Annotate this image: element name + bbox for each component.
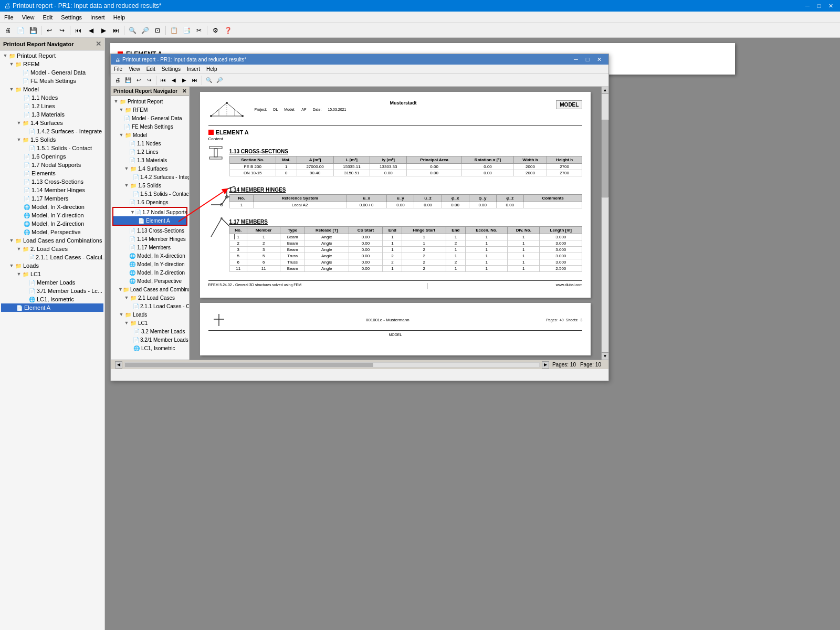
s-tb-first[interactable]: ⏮ [159, 76, 168, 85]
s-tb-redo[interactable]: ↪ [144, 76, 154, 85]
scroll-up[interactable]: ▲ [602, 87, 608, 94]
inner-tree-element-a[interactable]: 📄 Element A [113, 216, 186, 225]
tree-item-cross-sections[interactable]: 📄 1.13 Cross-Sections [1, 177, 103, 186]
inner-nav-close[interactable]: ✕ [182, 88, 186, 94]
tree-item-lc1[interactable]: ▼ 📁 LC1 [1, 270, 103, 278]
toolbar-print[interactable]: 🖨 [2, 25, 14, 36]
tree-item-member-loads[interactable]: 📄 Member Loads [1, 278, 103, 287]
tree-item-openings[interactable]: 📄 1.6 Openings [1, 152, 103, 161]
inner-tree-nodes[interactable]: 📄 1.1 Nodes [112, 139, 188, 148]
tree-item-load-cases-calc[interactable]: 📄 2.1.1 Load Cases - Calcul... [1, 253, 103, 261]
toolbar-undo[interactable]: ↩ [44, 25, 55, 36]
tree-item-printout-report[interactable]: ▼ 📁 Printout Report [1, 51, 103, 60]
tree-item-model-x[interactable]: 🌐 Model, In X-direction [1, 203, 103, 211]
inner-tree-lc-calc[interactable]: 📄 2.1.1 Load Cases - Calcul... [112, 302, 188, 310]
inner-tree-model-gen[interactable]: 📄 Model - General Data [112, 114, 188, 122]
tree-item-element-a[interactable]: 📄 Element A [1, 303, 103, 312]
inner-tree-member-hinges[interactable]: 📄 1.14 Member Hinges [112, 235, 188, 243]
tree-item-model-persp[interactable]: 🌐 Model, Perspective [1, 228, 103, 236]
inner-tree-solids-contact[interactable]: 📄 1.5.1 Solids - Contact [112, 190, 188, 198]
tree-item-loads[interactable]: ▼ 📁 Loads [1, 261, 103, 270]
toolbar-new[interactable]: 📄 [15, 25, 26, 36]
tree-item-solids[interactable]: ▼ 📁 1.5 Solids [1, 135, 103, 144]
menu-insert[interactable]: Insert [86, 12, 109, 23]
s-tb-prev[interactable]: ◀ [169, 76, 178, 85]
second-menu-help[interactable]: Help [203, 65, 220, 74]
s-tb-zoom[interactable]: 🔍 [204, 76, 214, 85]
toolbar-zoom-out[interactable]: 🔎 [139, 25, 151, 36]
minimize-button[interactable]: ─ [802, 2, 813, 10]
menu-help[interactable]: Help [109, 12, 130, 23]
inner-tree-mats[interactable]: 📄 1.3 Materials [112, 156, 188, 164]
inner-tree-load-cases[interactable]: ▼ 📁 2.1 Load Cases [112, 293, 188, 302]
h-scroll-thumb[interactable] [125, 363, 373, 367]
tree-item-solids-contact[interactable]: 📄 1.5.1 Solids - Contact [1, 144, 103, 152]
toolbar-prev[interactable]: ◀ [85, 25, 97, 36]
toolbar-paste[interactable]: 📑 [181, 25, 192, 36]
toolbar-last[interactable]: ⏭ [110, 25, 122, 36]
tree-item-surfaces[interactable]: ▼ 📁 1.4 Surfaces [1, 119, 103, 127]
toolbar-first[interactable]: ⏮ [72, 25, 84, 36]
toolbar-next[interactable]: ▶ [98, 25, 109, 36]
inner-tree-fe-mesh[interactable]: 📄 FE Mesh Settings [112, 122, 188, 131]
inner-tree-model-z[interactable]: 🌐 Model, In Z-direction [112, 268, 188, 277]
s-tb-next[interactable]: ▶ [180, 76, 189, 85]
tree-item-fe-mesh[interactable]: 📄 FE Mesh Settings [1, 77, 103, 85]
second-close-button[interactable]: ✕ [594, 55, 604, 64]
tree-item-lines[interactable]: 📄 1.2 Lines [1, 102, 103, 110]
tree-item-nodes[interactable]: 📄 1.1 Nodes [1, 93, 103, 102]
toolbar-help[interactable]: ❓ [222, 25, 234, 36]
tree-item-model[interactable]: ▼ 📁 Model [1, 85, 103, 93]
inner-tree-surf-int[interactable]: 📄 1.4.2 Surfaces - Integrate [112, 173, 188, 181]
second-menu-view[interactable]: View [125, 65, 143, 74]
s-tb-zoom2[interactable]: 🔎 [215, 76, 224, 85]
maximize-button[interactable]: □ [814, 2, 824, 10]
tree-item-elements[interactable]: 📄 Elements [1, 169, 103, 177]
inner-tree-openings[interactable]: 📄 1.6 Openings [112, 198, 188, 206]
panel-close-button[interactable]: ✕ [96, 40, 101, 48]
toolbar-redo[interactable]: ↪ [56, 25, 68, 36]
s-tb-last[interactable]: ⏭ [190, 76, 200, 85]
inner-tree-lc1[interactable]: ▼ 📁 LC1 [112, 319, 188, 327]
tree-item-members[interactable]: 📄 1.17 Members [1, 194, 103, 203]
inner-tree-model-x[interactable]: 🌐 Model, In X-direction [112, 251, 188, 260]
inner-tree-surfaces[interactable]: ▼ 📁 1.4 Surfaces [112, 164, 188, 173]
scroll-thumb[interactable] [602, 120, 608, 197]
inner-tree-printout[interactable]: ▼ 📁 Printout Report [112, 97, 188, 106]
tree-item-rfem[interactable]: ▼ 📁 RFEM [1, 60, 103, 68]
s-tb-save[interactable]: 💾 [123, 76, 133, 85]
tree-item-nodal-supports[interactable]: 📄 1.7 Nodal Supports [1, 161, 103, 169]
tree-item-model-y[interactable]: 🌐 Model, In Y-direction [1, 211, 103, 219]
menu-file[interactable]: File [0, 12, 18, 23]
inner-tree-lc1-iso[interactable]: 🌐 LC1, Isometric [112, 344, 188, 352]
inner-tree-model-y[interactable]: 🌐 Model, In Y-direction [112, 260, 188, 268]
toolbar-zoom-in[interactable]: 🔍 [127, 25, 138, 36]
tree-item-lc1-iso[interactable]: 🌐 LC1, Isometric [1, 295, 103, 303]
tree-item-model-general[interactable]: 📄 Model - General Data [1, 68, 103, 77]
tree-item-model-z[interactable]: 🌐 Model, In Z-direction [1, 219, 103, 228]
tree-item-materials[interactable]: 📄 1.3 Materials [1, 110, 103, 119]
inner-tree-nodal-supports[interactable]: ▼ 📄 1.7 Nodal Supports [113, 208, 186, 216]
scroll-left[interactable]: ◀ [115, 361, 122, 369]
inner-tree-members[interactable]: 📄 1.17 Members [112, 243, 188, 251]
inner-tree-model[interactable]: ▼ 📁 Model [112, 131, 188, 139]
close-button[interactable]: ✕ [825, 2, 836, 10]
toolbar-zoom-fit[interactable]: ⊡ [152, 25, 163, 36]
inner-tree-member-loads[interactable]: 📄 3.2 Member Loads [112, 327, 188, 335]
tree-item-member-hinges[interactable]: 📄 1.14 Member Hinges [1, 186, 103, 194]
menu-edit[interactable]: Edit [38, 12, 57, 23]
tree-item-load-cases[interactable]: ▼ 📁 2. Load Cases [1, 245, 103, 253]
tree-item-member-loads-lc[interactable]: 📄 3./1 Member Loads - Lc... [1, 287, 103, 295]
tree-item-load-combo[interactable]: ▼ 📁 Load Cases and Combinations [1, 236, 103, 245]
inner-tree-member-loads-lc[interactable]: 📄 3.2/1 Member Loads - Lc... [112, 335, 188, 344]
second-menu-edit[interactable]: Edit [143, 65, 159, 74]
toolbar-cut[interactable]: ✂ [193, 25, 205, 36]
inner-tree-cross-sections[interactable]: 📄 1.13 Cross-Sections [112, 226, 188, 235]
s-tb-undo[interactable]: ↩ [134, 76, 143, 85]
inner-tree-loads[interactable]: ▼ 📁 Loads [112, 310, 188, 319]
second-maximize-button[interactable]: □ [582, 55, 593, 64]
inner-scrollbar[interactable]: ▲ ▼ [601, 87, 608, 360]
inner-tree-solids[interactable]: ▼ 📁 1.5 Solids [112, 181, 188, 190]
s-tb-print[interactable]: 🖨 [113, 76, 122, 85]
inner-tree-load-combo[interactable]: ▼ 📁 Load Cases and Combinations [112, 285, 188, 293]
